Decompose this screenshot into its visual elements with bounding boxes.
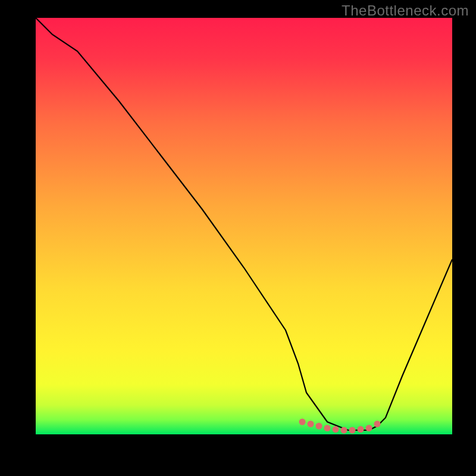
chart-svg (36, 18, 452, 434)
optimal-marker-dot (341, 427, 347, 434)
plot-area (36, 18, 452, 434)
optimal-marker-dot (374, 421, 381, 427)
optimal-marker-dot (299, 419, 306, 425)
optimal-marker-dot (358, 426, 364, 433)
optimal-marker-dot (324, 425, 331, 431)
optimal-marker-dot (333, 426, 339, 433)
optimal-marker-dot (316, 423, 322, 430)
gradient-background (36, 18, 452, 434)
optimal-marker-dot (349, 427, 356, 434)
watermark-text: TheBottleneck.com (342, 2, 469, 19)
optimal-marker-dot (308, 421, 314, 427)
optimal-marker-dot (366, 425, 372, 431)
chart-frame: TheBottleneck.com (0, 0, 476, 476)
